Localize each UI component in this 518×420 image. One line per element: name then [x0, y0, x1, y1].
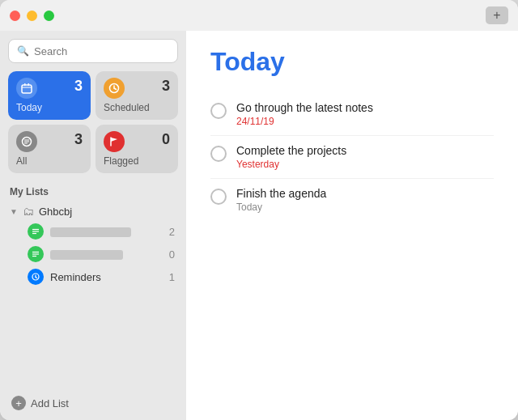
all-label: All [16, 155, 83, 167]
reminders-icon [28, 269, 44, 285]
add-button[interactable]: + [486, 6, 508, 24]
list-name [50, 226, 163, 238]
sidebar: 🔍 3 [0, 31, 186, 420]
inbox-icon [16, 131, 37, 152]
task-body: Complete the projects Yesterday [236, 144, 346, 170]
task-title: Complete the projects [236, 144, 346, 157]
list-item[interactable]: 0 [24, 243, 178, 265]
add-list-icon: + [11, 396, 26, 410]
search-bar[interactable]: 🔍 [8, 39, 178, 63]
clock-icon [104, 78, 125, 99]
svg-rect-3 [28, 83, 30, 86]
page-title: Today [210, 47, 494, 77]
scheduled-count: 3 [162, 78, 170, 95]
search-icon: 🔍 [17, 45, 29, 57]
folder-icon: 🗂 [23, 205, 34, 218]
task-date: 24/11/19 [236, 116, 373, 127]
add-list-label: Add List [31, 397, 69, 409]
close-button[interactable] [10, 11, 20, 21]
quick-cards: 3 Today 3 [8, 71, 178, 173]
task-title: Finish the agenda [236, 187, 326, 200]
list-count: 2 [169, 226, 175, 238]
list-item-reminders[interactable]: Reminders 1 [24, 265, 178, 288]
my-lists-header: My Lists [10, 186, 176, 197]
task-item[interactable]: Complete the projects Yesterday [210, 136, 494, 179]
task-item[interactable]: Finish the agenda Today [210, 179, 494, 221]
content-area: Today Go through the latest notes 24/11/… [186, 31, 518, 420]
list-items: 2 [24, 220, 178, 288]
svg-line-19 [36, 278, 37, 278]
list-group: ▼ 🗂 Ghbcbj [8, 202, 178, 388]
list-icon [28, 246, 44, 262]
minimize-button[interactable] [27, 11, 37, 21]
chevron-down-icon: ▼ [10, 207, 18, 216]
flagged-count: 0 [162, 131, 170, 148]
today-count: 3 [74, 78, 83, 95]
task-checkbox[interactable] [210, 103, 227, 119]
svg-rect-0 [22, 85, 32, 93]
task-date: Today [236, 202, 326, 213]
calendar-icon [16, 78, 37, 99]
task-body: Finish the agenda Today [236, 187, 326, 213]
list-count: 0 [169, 248, 175, 261]
titlebar: + [0, 0, 518, 31]
svg-line-6 [114, 88, 117, 90]
today-label: Today [16, 102, 83, 113]
group-header[interactable]: ▼ 🗂 Ghbcbj [8, 202, 178, 220]
scheduled-label: Scheduled [104, 102, 170, 113]
quick-card-scheduled[interactable]: 3 Scheduled [96, 71, 178, 120]
all-count: 3 [74, 131, 83, 148]
task-checkbox[interactable] [210, 189, 227, 205]
task-checkbox[interactable] [210, 146, 227, 162]
list-name: Reminders [50, 271, 163, 283]
quick-card-flagged[interactable]: 0 Flagged [96, 125, 178, 173]
task-date: Yesterday [236, 159, 346, 170]
maximize-button[interactable] [44, 11, 54, 21]
svg-rect-2 [24, 83, 26, 86]
main-layout: 🔍 3 [0, 31, 518, 420]
traffic-lights [10, 11, 54, 21]
quick-card-today[interactable]: 3 Today [8, 71, 91, 120]
list-name [50, 248, 163, 261]
list-count: 1 [169, 271, 175, 283]
quick-card-all[interactable]: 3 All [8, 125, 91, 173]
app-window: + 🔍 [0, 0, 518, 420]
flag-icon [104, 131, 125, 152]
task-list: Go through the latest notes 24/11/19 Com… [210, 93, 494, 221]
task-item[interactable]: Go through the latest notes 24/11/19 [210, 93, 494, 136]
add-list-footer[interactable]: + Add List [8, 388, 178, 420]
task-body: Go through the latest notes 24/11/19 [236, 101, 373, 127]
search-input[interactable] [34, 45, 169, 57]
flagged-label: Flagged [104, 155, 170, 167]
list-icon [28, 223, 44, 240]
list-item[interactable]: 2 [24, 220, 178, 243]
task-title: Go through the latest notes [236, 101, 373, 114]
group-name: Ghbcbj [39, 206, 72, 218]
